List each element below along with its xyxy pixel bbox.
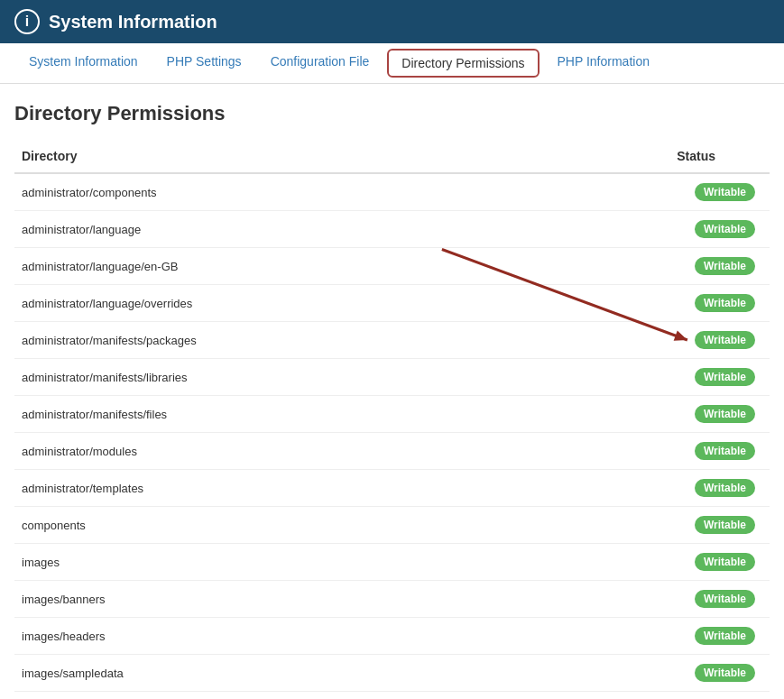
directory-cell: images/sampledata [14, 655, 509, 692]
status-badge: Writable [695, 664, 755, 682]
status-cell: Writable [509, 285, 770, 322]
directory-cell: administrator/components [14, 173, 509, 211]
status-cell: Writable [509, 396, 770, 433]
main-content: System Information PHP Settings Configur… [0, 43, 784, 699]
status-badge: Writable [695, 627, 755, 645]
status-cell: Writable [509, 470, 770, 507]
table-row: administrator/manifests/librariesWritabl… [14, 359, 770, 396]
header-title: System Information [49, 12, 217, 32]
tab-directory-permissions[interactable]: Directory Permissions [387, 49, 539, 78]
tab-system-information[interactable]: System Information [14, 43, 152, 83]
status-badge: Writable [695, 294, 755, 312]
directory-cell: administrator/modules [14, 433, 509, 470]
header: i System Information [0, 0, 784, 43]
table-row: administrator/modulesWritable [14, 433, 770, 470]
status-badge: Writable [695, 590, 755, 608]
table-row: administrator/manifests/packagesWritable [14, 322, 770, 359]
table-row: images/headersWritable [14, 618, 770, 655]
status-badge: Writable [695, 331, 755, 349]
status-cell: Writable [509, 544, 770, 581]
status-badge: Writable [695, 368, 755, 386]
status-badge: Writable [695, 183, 755, 201]
status-cell: Writable [509, 248, 770, 285]
directory-cell: administrator/manifests/packages [14, 322, 509, 359]
table-row: administrator/language/en-GBWritable [14, 248, 770, 285]
directory-cell: images/banners [14, 581, 509, 618]
directory-cell: administrator/language/en-GB [14, 248, 509, 285]
status-badge: Writable [695, 220, 755, 238]
status-cell: Writable [509, 655, 770, 692]
content-area: Directory Permissions Directory Status a… [0, 84, 784, 699]
table-row: administrator/componentsWritable [14, 173, 770, 211]
table-row: imagesWritable [14, 544, 770, 581]
table-row: administrator/languageWritable [14, 211, 770, 248]
tab-configuration-file[interactable]: Configuration File [256, 43, 384, 83]
table-row: administrator/language/overridesWritable [14, 285, 770, 322]
status-badge: Writable [695, 405, 755, 423]
status-cell: Writable [509, 692, 770, 700]
status-badge: Writable [695, 479, 755, 497]
status-badge: Writable [695, 257, 755, 275]
status-cell: Writable [509, 618, 770, 655]
page-title: Directory Permissions [14, 102, 770, 125]
directory-cell: images [14, 544, 509, 581]
status-cell: Writable [509, 359, 770, 396]
table-row: languageWritable [14, 692, 770, 700]
status-cell: Writable [509, 322, 770, 359]
status-badge: Writable [695, 442, 755, 460]
directory-cell: language [14, 692, 509, 700]
table-container: Directory Status administrator/component… [14, 140, 770, 699]
table-row: images/bannersWritable [14, 581, 770, 618]
status-cell: Writable [509, 173, 770, 211]
status-cell: Writable [509, 211, 770, 248]
directory-cell: administrator/templates [14, 470, 509, 507]
status-badge: Writable [695, 553, 755, 571]
table-row: administrator/templatesWritable [14, 470, 770, 507]
directory-cell: administrator/manifests/files [14, 396, 509, 433]
tab-php-settings[interactable]: PHP Settings [152, 43, 256, 83]
table-row: images/sampledataWritable [14, 655, 770, 692]
directory-table: Directory Status administrator/component… [14, 140, 770, 699]
tab-bar: System Information PHP Settings Configur… [0, 43, 784, 84]
table-row: administrator/manifests/filesWritable [14, 396, 770, 433]
tab-php-information[interactable]: PHP Information [543, 43, 664, 83]
table-row: componentsWritable [14, 507, 770, 544]
directory-cell: administrator/language/overrides [14, 285, 509, 322]
col-directory: Directory [14, 140, 509, 173]
directory-cell: components [14, 507, 509, 544]
status-badge: Writable [695, 516, 755, 534]
header-icon: i [14, 9, 40, 34]
status-cell: Writable [509, 433, 770, 470]
status-cell: Writable [509, 581, 770, 618]
directory-cell: images/headers [14, 618, 509, 655]
directory-cell: administrator/language [14, 211, 509, 248]
col-status: Status [509, 140, 770, 173]
directory-cell: administrator/manifests/libraries [14, 359, 509, 396]
status-cell: Writable [509, 507, 770, 544]
